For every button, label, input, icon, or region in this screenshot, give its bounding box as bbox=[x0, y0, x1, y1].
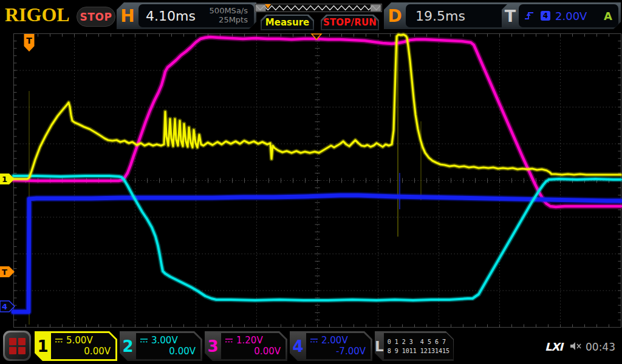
trigger-level-value: 2.00V bbox=[555, 10, 587, 22]
dc-coupling-icon bbox=[140, 338, 149, 343]
trigger-block[interactable]: T 4 2.00V A bbox=[502, 2, 621, 29]
channel2-block[interactable]: 2 3.00V 0.00V bbox=[120, 331, 202, 361]
measure-button[interactable]: Measure bbox=[261, 15, 314, 30]
clock: 00:43 bbox=[586, 341, 615, 353]
channel1-block[interactable]: 1 5.00V 0.00V bbox=[35, 331, 117, 361]
channel3-scale: 1.20V bbox=[236, 335, 263, 346]
horizontal-timebase-block[interactable]: H 4.10ms 500MSa/s 25Mpts bbox=[117, 2, 256, 29]
svg-text:T: T bbox=[26, 36, 32, 46]
speaker-muted-icon bbox=[570, 342, 583, 351]
channel1-offset: 0.00V bbox=[55, 346, 111, 357]
acquisition-status-badge: STOP bbox=[77, 7, 115, 27]
delay-label: D bbox=[384, 2, 406, 29]
channel3-block[interactable]: 3 1.20V 0.00V bbox=[205, 331, 287, 361]
menu-button[interactable] bbox=[3, 331, 31, 361]
svg-text:T: T bbox=[2, 268, 7, 277]
channel4-offset: -7.00V bbox=[310, 346, 366, 357]
menu-grid-icon bbox=[9, 338, 26, 354]
channel1-scale: 5.00V bbox=[66, 335, 93, 346]
waveform-display: T1T4 bbox=[0, 32, 622, 329]
channel3-number: 3 bbox=[205, 331, 221, 361]
logic-label: L bbox=[375, 331, 384, 361]
rising-edge-icon bbox=[524, 11, 535, 21]
acquisition-rates: 500MSa/s 25Mpts bbox=[210, 7, 254, 25]
measure-button-label: Measure bbox=[265, 17, 309, 28]
bottom-status-bar: 1 5.00V 0.00V 2 3.00V 0.00V 3 1.20V 0.00… bbox=[0, 329, 622, 364]
channel4-number: 4 bbox=[290, 331, 306, 361]
channel3-offset: 0.00V bbox=[225, 346, 281, 357]
channel1-number: 1 bbox=[35, 331, 51, 361]
timebase-value: 4.10ms bbox=[138, 8, 196, 24]
svg-text:1: 1 bbox=[2, 175, 7, 184]
delay-value: 19.5ms bbox=[406, 8, 465, 24]
sample-rate: 500MSa/s bbox=[210, 7, 248, 16]
delay-block[interactable]: D 19.5ms bbox=[384, 2, 515, 29]
channel4-scale: 2.00V bbox=[321, 335, 348, 346]
rigol-logo: RIGOL bbox=[5, 4, 70, 26]
waveform-position-bar[interactable] bbox=[255, 4, 382, 12]
waveform-display-area: T1T4 bbox=[0, 32, 622, 329]
svg-text:4: 4 bbox=[2, 302, 7, 311]
trigger-sweep-mode: A bbox=[604, 10, 618, 22]
logic-channels-row2: 8 9 1011 12131415 bbox=[388, 346, 449, 356]
trigger-source-badge: 4 bbox=[541, 11, 550, 21]
horizontal-label: H bbox=[117, 2, 138, 29]
dc-coupling-icon bbox=[310, 338, 319, 343]
lxi-logo: LXI bbox=[545, 340, 562, 353]
logic-channels-block[interactable]: L 0 1 2 3 4 5 6 7 8 9 1011 12131415 bbox=[375, 331, 454, 361]
stop-run-button-label: STOP/RUN bbox=[323, 17, 377, 28]
dc-coupling-icon bbox=[55, 338, 64, 343]
dc-coupling-icon bbox=[225, 338, 234, 343]
memory-depth: 25Mpts bbox=[210, 16, 248, 25]
channel2-number: 2 bbox=[120, 331, 136, 361]
channel2-scale: 3.00V bbox=[151, 335, 178, 346]
logic-channels-row1: 0 1 2 3 4 5 6 7 bbox=[388, 337, 449, 346]
channel2-offset: 0.00V bbox=[140, 346, 196, 357]
stop-run-button[interactable]: STOP/RUN bbox=[321, 15, 379, 30]
channel4-block[interactable]: 4 2.00V -7.00V bbox=[290, 331, 372, 361]
top-status-bar: RIGOL STOP H 4.10ms 500MSa/s 25Mpts Meas… bbox=[0, 0, 622, 32]
